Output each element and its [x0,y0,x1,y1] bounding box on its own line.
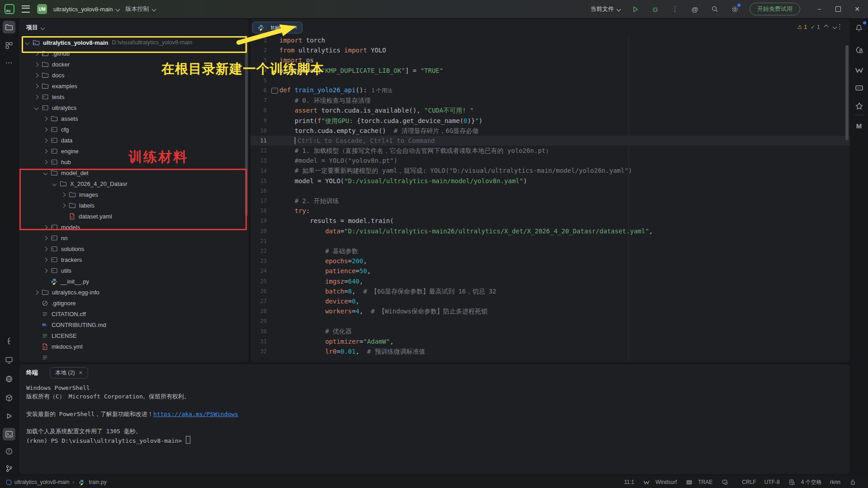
tree-item-docs[interactable]: docs [19,70,245,81]
code-line-5[interactable]: 5 [250,76,850,85]
tree-item-data[interactable]: data [19,135,245,146]
tree-item-examples[interactable]: examples [19,81,245,91]
tree-chevron-icon[interactable] [43,236,48,240]
close-terminal-tab-icon[interactable]: ✕ [79,370,83,376]
tree-item-citation.cff[interactable]: CITATION.cff [19,308,245,319]
code-line-22[interactable]: 22 # 基础参数 [250,246,850,256]
tree-item-solutions[interactable]: solutions [19,243,245,254]
packages-toolwindow-button[interactable] [3,392,15,404]
tree-item-utils[interactable]: utils [19,265,245,276]
tree-chevron-icon[interactable] [43,225,48,229]
tree-item-nn[interactable]: nn [19,232,245,243]
tree-chevron-icon[interactable] [43,127,48,132]
tree-chevron-icon[interactable] [34,51,39,56]
code-line-3[interactable]: 3import os [250,55,850,65]
code-line-18[interactable]: 18 try: [250,206,850,216]
start-trial-button[interactable]: 开始免费试用 [750,3,800,15]
tree-item-models[interactable]: models [19,222,245,232]
vcs-menu[interactable]: 版本控制 [126,5,156,13]
ai-chat-button[interactable] [853,43,865,56]
more-toolwindows-button[interactable]: ⋯ [3,56,15,69]
tree-item-ultralytics[interactable]: ultralytics [19,102,245,113]
terminal-output[interactable]: Windows PowerShell版权所有（C） Microsoft Corp… [26,384,845,474]
code-line-21[interactable]: 21 [250,236,850,246]
inspections-widget[interactable]: ⚠ 1 ✓ 1 [797,24,837,30]
restore-button[interactable] [835,6,841,12]
tree-item-engine[interactable]: engine [19,146,245,156]
tree-item-__init__.py[interactable]: __init__.py [19,276,245,287]
write-access[interactable] [849,479,862,486]
code-line-23[interactable]: 23 epochs=200, [250,256,850,266]
tree-item-.gitignore[interactable]: .gitignore [19,298,245,308]
code-line-25[interactable]: 25 imgsz=640, [250,276,850,286]
tree-item-ultralytics.egg-info[interactable]: ultralytics.egg-info [19,287,245,298]
trae-plugin-button[interactable] [853,81,865,94]
code-line-6[interactable]: 6··def train_yolo26_api():1 个用法 [250,85,850,95]
tree-item-assets[interactable]: assets [19,113,245,124]
tree-item-trackers[interactable]: trackers [19,254,245,265]
notifications-button[interactable] [853,22,865,34]
tree-item-cfg[interactable]: cfg [19,124,245,135]
close-tab-icon[interactable]: ✕ [293,24,298,31]
code-line-2[interactable]: 2from ultralytics import YOLO [250,45,850,55]
editor-scrollbar[interactable] [845,45,849,140]
tree-chevron-icon[interactable] [61,203,66,208]
terminal-link[interactable]: https://aka.ms/PSWindows [153,411,238,417]
close-button[interactable]: ✕ [853,5,862,13]
code-line-14[interactable]: 14 # 如果一定要重新构建模型的 yaml，就写成: YOLO("D:/vis… [250,166,850,175]
code-line-19[interactable]: 19 results = model.train( [250,216,850,226]
tree-chevron-icon[interactable] [43,149,48,153]
tree-item-labels[interactable]: labels [19,200,245,211]
tree-item-mkdocs.yml[interactable]: mkdocs.yml [19,341,245,352]
minimize-button[interactable]: − [815,5,824,13]
tree-chevron-icon[interactable] [43,246,48,251]
code-line-16[interactable]: 16 [250,186,850,196]
tree-chevron-icon[interactable] [34,73,39,77]
code-line-24[interactable]: 24 patience=50, [250,266,850,276]
tree-chevron-icon[interactable] [34,95,39,99]
project-panel-header[interactable]: 项目 [19,19,249,36]
code-line-1[interactable]: 1import torch [250,35,850,45]
mail-plugin-button[interactable]: M [853,119,865,132]
settings-button[interactable] [730,4,740,14]
run-button[interactable] [630,4,640,14]
endpoints-toolwindow-button[interactable] [3,373,15,385]
git-toolwindow-button[interactable] [3,462,15,475]
code-line-8[interactable]: 8 assert torch.cuda.is_available(), "CUD… [250,105,850,115]
tree-item-model_det[interactable]: model_det [19,167,245,178]
code-line-4[interactable]: 4os.environ["KMP_DUPLICATE_LIB_OK"] = "T… [250,66,850,76]
ai-assistant-button[interactable]: @ [690,4,700,14]
code-line-28[interactable]: 28 workers=4, # 【Windows保命参数】防止多进程死锁 [250,306,850,316]
code-line-32[interactable]: 32 lr0=0.01, # 预训练微调标准值 [250,346,850,356]
statusbar-file[interactable]: train.py [89,479,106,485]
code-line-31[interactable]: 31 optimizer="AdamW", [250,336,850,346]
tree-chevron-icon[interactable] [34,105,39,110]
tree-chevron-icon[interactable] [52,181,57,186]
project-toolwindow-button[interactable] [3,21,15,33]
run-configuration-selector[interactable]: 当前文件 [590,5,620,13]
line-separator[interactable]: CRLF [742,479,756,485]
trae-status[interactable]: TRAE [685,479,712,486]
tree-chevron-icon[interactable] [61,192,66,197]
encoding[interactable]: UTF-8 [764,479,780,485]
prev-problem-button[interactable] [824,25,829,29]
code-line-11[interactable]: 11 Ctrl⇧L to Cascade, Ctrl+I to Command [250,136,850,146]
tree-item-docker[interactable]: docker [19,59,245,70]
tree-chevron-icon[interactable] [43,171,48,175]
tree-item-ultralytics_yolov8-main[interactable]: ultralytics_yolov8-mainD:\visual\ultraly… [19,37,245,48]
tree-item-x_2026_4_20_datasr[interactable]: X_2026_4_20_Datasr [19,178,245,189]
code-line-29[interactable]: 29 [250,316,850,326]
code-line-30[interactable]: 30 # 优化器 [250,326,850,336]
ai-gutter-icon[interactable]: ·· [271,88,278,94]
run-toolwindow-button[interactable] [3,410,15,422]
indent-style[interactable]: 4 个空格 [788,479,822,486]
more-actions-button[interactable]: ⋮ [670,4,680,14]
terminal-toolwindow-button[interactable] [3,428,15,441]
tree-chevron-icon[interactable] [34,84,39,88]
code-line-12[interactable]: 12 # 1. 加载模型（直接写文件名，它会自动去官网下载或者读取本地已有的 y… [250,146,850,156]
tree-chevron-icon[interactable] [25,40,30,45]
tree-item-clipped[interactable] [19,352,245,362]
tree-item-dataset.yaml[interactable]: dataset.yaml [19,211,245,222]
services-toolwindow-button[interactable] [3,354,15,366]
tree-item-.github[interactable]: .github [19,48,245,59]
